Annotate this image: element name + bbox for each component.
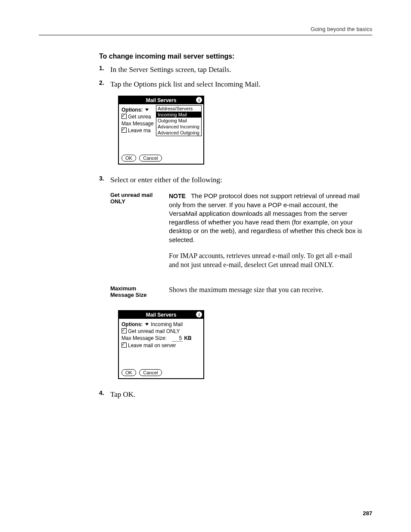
palm1-options-label: Options: [121,107,143,113]
dropdown-item-outgoing[interactable]: Outgoing Mail [156,118,201,124]
dropdown-item-incoming[interactable]: Incoming Mail [156,112,201,118]
step-1-num: 1. [99,65,110,75]
max-size-input[interactable]: 5 [172,335,183,342]
dropdown-arrow-icon[interactable] [145,109,149,111]
checkbox-icon[interactable] [121,128,127,133]
checkbox-get-unread[interactable] [121,328,127,333]
step-2: 2. Tap the Options pick list and select … [99,79,364,90]
palm2-leave: Leave mail on server [128,342,176,348]
cancel-button[interactable]: Cancel [139,155,162,162]
palm2-title-text: Mail Servers [146,312,177,318]
screenshot-1: Mail Servers i Options: Get unrea Max Me… [118,96,364,165]
step-3-text: Select or enter either of the following: [110,175,222,185]
step-3-num: 3. [99,175,110,185]
page-number: 287 [363,510,372,516]
palm2-options-label: Options: [121,321,143,327]
def-max-size-body: Shows the maximum message size that you … [169,285,364,295]
def-get-unread-body2: For IMAP accounts, retrieves unread e-ma… [169,251,364,270]
def-max-size: Maximum Message Size Shows the maximum m… [110,285,364,302]
step-3: 3. Select or enter either of the followi… [99,175,364,185]
options-dropdown[interactable]: Address/Servers Incoming Mail Outgoing M… [156,105,202,136]
step-1-text: In the Server Settings screen, tap Detai… [110,65,231,75]
section-title: To change incoming mail server settings: [99,53,364,60]
running-head: Going beyond the basics [39,26,372,35]
palm-window-2: Mail Servers i Options: Incoming Mail Ge… [118,310,204,379]
palm2-max-label: Max Message Size: [121,335,167,341]
dropdown-arrow-icon[interactable] [145,323,149,326]
screenshot-2: Mail Servers i Options: Incoming Mail Ge… [118,310,364,379]
info-icon[interactable]: i [196,97,202,103]
info-icon[interactable]: i [196,311,202,317]
step-1: 1. In the Server Settings screen, tap De… [99,65,364,75]
ok-button[interactable]: OK [121,155,136,162]
palm2-options-value[interactable]: Incoming Mail [151,321,183,327]
palm-window-1: Mail Servers i Options: Get unrea Max Me… [118,96,204,165]
checkbox-icon[interactable] [121,114,127,119]
palm1-titlebar: Mail Servers i [119,96,203,104]
step-2-num: 2. [99,79,110,90]
palm2-titlebar: Mail Servers i [119,311,203,319]
checkbox-leave-mail[interactable] [121,342,127,348]
dropdown-item-address[interactable]: Address/Servers [156,106,201,112]
dropdown-item-adv-outgoing[interactable]: Advanced Outgoing [156,130,201,136]
step-4: 4. Tap OK. [99,389,364,400]
note-label: NOTE [169,193,186,199]
palm1-max-msg: Max Message [121,121,154,127]
def-get-unread-term: Get unread mail ONLY [110,192,161,277]
palm1-get-unread: Get unrea [128,114,151,120]
note-body: The POP protocol does not support retrie… [169,192,362,243]
palm1-leave: Leave ma [128,128,151,134]
ok-button[interactable]: OK [121,369,136,376]
def-max-size-term: Maximum Message Size [110,285,161,302]
cancel-button[interactable]: Cancel [139,369,162,376]
step-4-num: 4. [99,389,110,400]
step-4-text: Tap OK. [110,389,135,400]
dropdown-item-adv-incoming[interactable]: Advanced Incoming [156,124,201,130]
palm2-get-unread: Get unread mail ONLY [128,328,180,334]
palm2-max-unit: KB [184,335,191,341]
step-2-text: Tap the Options pick list and select Inc… [110,79,261,90]
def-get-unread: Get unread mail ONLY NOTE The POP protoc… [110,192,364,277]
palm1-title-text: Mail Servers [146,97,177,103]
